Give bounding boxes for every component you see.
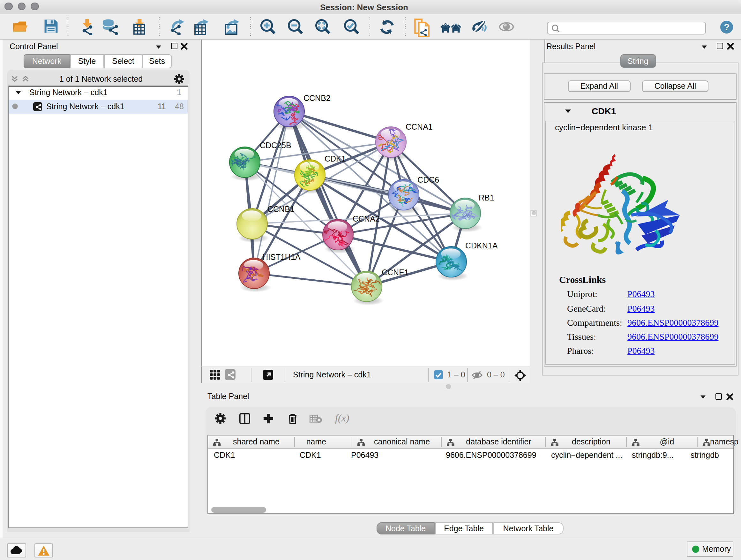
- svg-text:CCNA2: CCNA2: [353, 214, 380, 223]
- svg-text:CCNB1: CCNB1: [267, 205, 294, 213]
- svg-text:CCNA1: CCNA1: [406, 122, 433, 131]
- svg-text:CDKN1A: CDKN1A: [465, 241, 498, 250]
- svg-text:HIST1H1A: HIST1H1A: [262, 253, 300, 261]
- svg-text:CDK1: CDK1: [325, 154, 346, 163]
- svg-text:CCNE1: CCNE1: [382, 268, 409, 277]
- svg-text:RB1: RB1: [479, 193, 494, 202]
- svg-text:?: ?: [724, 22, 729, 32]
- svg-text:CDC25B: CDC25B: [260, 141, 291, 150]
- svg-text:CDC6: CDC6: [417, 175, 439, 184]
- svg-text:CCNB2: CCNB2: [304, 94, 331, 103]
